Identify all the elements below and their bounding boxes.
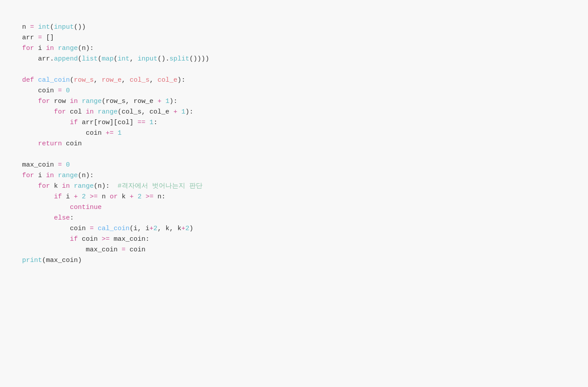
- code-line-20: coin = cal_coin(i, i+2, k, k+2): [22, 224, 566, 234]
- code-line-8: for row in range(row_s, row_e + 1):: [22, 96, 566, 107]
- code-line-10: if arr[row][col] == 1:: [22, 118, 566, 128]
- code-line-6: def cal_coin(row_s, row_e, col_s, col_e)…: [22, 75, 566, 86]
- code-editor: n = int(input()) arr = [] for i in range…: [18, 13, 570, 275]
- code-line-19: else:: [22, 213, 566, 224]
- code-line-22: max_coin = coin: [22, 245, 566, 255]
- code-line-17: if i + 2 >= n or k + 2 >= n:: [22, 192, 566, 202]
- code-line-16: for k in range(n): #격자에서 벗어나는지 판단: [22, 181, 566, 192]
- code-line-18: continue: [22, 202, 566, 213]
- code-line-5: [22, 64, 566, 75]
- code-line-9: for col in range(col_s, col_e + 1):: [22, 107, 566, 118]
- code-line-13: [22, 149, 566, 160]
- code-line-4: arr.append(list(map(int, input().split()…: [22, 54, 566, 64]
- code-line-12: return coin: [22, 139, 566, 149]
- code-line-21: if coin >= max_coin:: [22, 234, 566, 245]
- code-line-1: n = int(input()): [22, 22, 566, 33]
- code-line-7: coin = 0: [22, 86, 566, 96]
- code-line-3: for i in range(n):: [22, 43, 566, 54]
- code-line-14: max_coin = 0: [22, 160, 566, 171]
- code-line-2: arr = []: [22, 33, 566, 43]
- code-line-11: coin += 1: [22, 128, 566, 139]
- code-line-15: for i in range(n):: [22, 171, 566, 181]
- code-line-23: print(max_coin): [22, 255, 566, 266]
